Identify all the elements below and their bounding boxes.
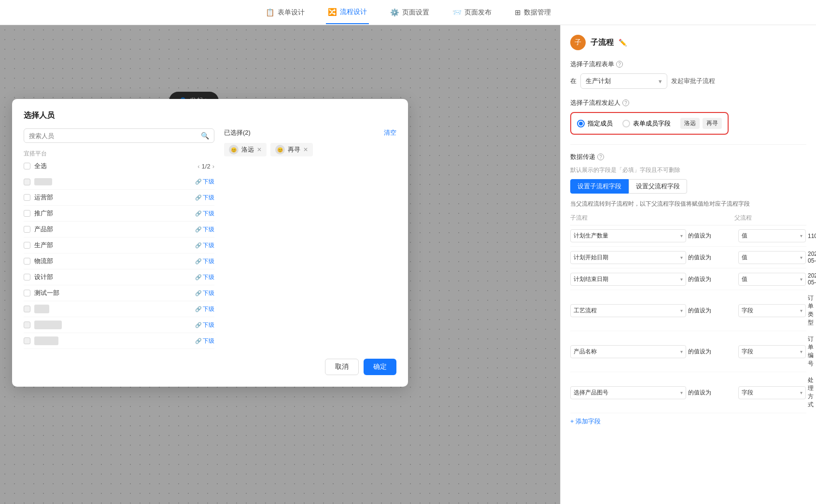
help-icon-3[interactable]: ? — [597, 154, 604, 160]
sub-link-9[interactable]: 🔗 下级 — [195, 337, 214, 345]
next-page-arrow[interactable]: › — [212, 163, 214, 170]
chevron-down-icon: ▾ — [680, 255, 683, 260]
checkbox-0[interactable] — [24, 194, 30, 201]
sub-link-4[interactable]: 🔗 下级 — [195, 257, 214, 266]
dept-item-6: 测试一部 🔗 下级 — [24, 285, 214, 301]
type-select-5[interactable]: 字段 ▾ — [738, 345, 806, 358]
data-transmission-section: 数据传递 ? 默认展示的字段是「必填」字段且不可删除 设置子流程字段 设置父流程… — [570, 144, 806, 426]
dept-name-7: 宜██ — [34, 305, 49, 313]
add-field-button[interactable]: + 添加字段 — [570, 417, 806, 426]
type-select-4[interactable]: 字段 ▾ — [738, 304, 806, 317]
checkbox-2[interactable] — [24, 226, 30, 233]
sub-link-1[interactable]: 🔗 下级 — [195, 210, 214, 218]
dept-name-3: 生产部 — [34, 241, 53, 250]
chip-zaixin: 😊 再寻 ✕ — [270, 143, 313, 156]
dept-name-2: 产品部 — [34, 225, 53, 234]
form-select-row: 在 生产计划 ▾ 发起审批子流程 — [570, 73, 806, 89]
form-select-box[interactable]: 生产计划 ▾ — [580, 73, 667, 89]
data-manage-icon: ⊞ — [515, 8, 521, 17]
selected-member-tags: 洛远 再寻 — [680, 118, 722, 129]
prev-page-arrow[interactable]: ‹ — [197, 163, 199, 170]
radio-circle-designated — [577, 120, 585, 127]
cancel-button[interactable]: 取消 — [325, 359, 359, 375]
dept-item-1: 推广部 🔗 下级 — [24, 206, 214, 222]
search-bar[interactable]: 🔍 — [24, 128, 214, 143]
nav-form-design[interactable]: 📋 表单设计 — [264, 1, 307, 24]
type-select-6[interactable]: 字段 ▾ — [738, 386, 806, 399]
checkbox-3[interactable] — [24, 242, 30, 249]
op-text-2: 的值设为 — [688, 253, 736, 262]
sub-link-8[interactable]: 🔗 下级 — [195, 321, 214, 329]
type-select-3[interactable]: 值 ▾ — [738, 273, 806, 286]
chevron-down-icon: ▾ — [800, 390, 802, 395]
op-text-1: 的值设为 — [688, 232, 736, 240]
tab-sub-flow-field[interactable]: 设置子流程字段 — [570, 179, 629, 194]
op-text-6: 的值设为 — [688, 389, 736, 397]
sub-link-6[interactable]: 🔗 下级 — [195, 289, 214, 297]
field-tabs: 设置子流程字段 设置父流程字段 — [570, 179, 806, 194]
dept-item-7: 宜██ 🔗 下级 — [24, 301, 214, 317]
radio-form-field[interactable]: 表单成员字段 — [622, 119, 671, 128]
dept-item-blurred-top: ████ 🔗 下级 — [24, 174, 214, 190]
modal-footer: 取消 确定 — [24, 359, 396, 375]
page-publish-icon: 📨 — [452, 8, 462, 17]
checkbox-5[interactable] — [24, 274, 30, 280]
help-icon-2[interactable]: ? — [622, 99, 629, 106]
checkbox-8[interactable] — [24, 322, 30, 328]
default-tip-text: 默认展示的字段是「必填」字段且不可删除 — [570, 166, 806, 174]
checkbox-4[interactable] — [24, 258, 30, 265]
select-all-checkbox[interactable] — [24, 163, 30, 169]
flow-row-5: 产品名称 ▾ 的值设为 字段 ▾ 订单编号 — [570, 331, 806, 372]
nav-data-manage[interactable]: ⊞ 数据管理 — [513, 1, 553, 24]
checkbox-6[interactable] — [24, 290, 30, 296]
select-initiator-section: 选择子流程发起人 ? 指定成员 表单成员字段 洛远 再寻 — [570, 98, 806, 135]
radio-designated-member[interactable]: 指定成员 — [577, 119, 613, 128]
panel-icon: 子 — [570, 35, 586, 50]
radio-circle-form-field — [622, 120, 630, 127]
checkbox-1[interactable] — [24, 210, 30, 217]
modal-body: 🔍 宜搭平台 全选 ‹ 1/2 › ████ — [24, 128, 396, 349]
sub-field-select-1[interactable]: 计划生产数量 ▾ — [570, 229, 686, 242]
selected-chips: 😊 洛远 ✕ 😊 再寻 ✕ — [224, 143, 396, 156]
platform-label: 宜搭平台 — [24, 150, 214, 158]
type-select-2[interactable]: 值 ▾ — [738, 251, 806, 264]
checkbox-7[interactable] — [24, 306, 30, 312]
sub-field-select-3[interactable]: 计划结束日期 ▾ — [570, 273, 686, 286]
op-text-3: 的值设为 — [688, 275, 736, 283]
sub-link-blurred-top[interactable]: 🔗 下级 — [195, 178, 214, 186]
sub-link-0[interactable]: 🔗 下级 — [195, 194, 214, 202]
remove-luoyuan-button[interactable]: ✕ — [257, 146, 262, 153]
nav-page-settings[interactable]: ⚙️ 页面设置 — [388, 1, 431, 24]
sub-link-2[interactable]: 🔗 下级 — [195, 225, 214, 234]
select-form-label: 选择子流程表单 ? — [570, 60, 806, 69]
nav-flow-design[interactable]: 🔀 流程设计 — [326, 1, 369, 24]
sub-field-select-6[interactable]: 选择产品图号 ▾ — [570, 386, 686, 399]
flow-row-6: 选择产品图号 ▾ 的值设为 字段 ▾ 处理方式 — [570, 372, 806, 413]
flow-row-4: 工艺流程 ▾ 的值设为 字段 ▾ 订单类型 — [570, 290, 806, 331]
tab-parent-flow-field[interactable]: 设置父流程字段 — [629, 179, 687, 194]
initiator-radio-group: 指定成员 表单成员字段 洛远 再寻 — [570, 112, 729, 135]
sub-field-select-2[interactable]: 计划开始日期 ▾ — [570, 251, 686, 264]
help-icon[interactable]: ? — [616, 61, 623, 68]
search-input[interactable] — [29, 132, 201, 140]
sub-link-5[interactable]: 🔗 下级 — [195, 273, 214, 281]
remove-zaixin-button[interactable]: ✕ — [303, 146, 308, 153]
op-text-5: 的值设为 — [688, 348, 736, 356]
dept-name-1: 推广部 — [34, 209, 53, 218]
pagination: ‹ 1/2 › — [197, 163, 214, 170]
sub-link-3[interactable]: 🔗 下级 — [195, 241, 214, 250]
sub-link-7[interactable]: 🔗 下级 — [195, 305, 214, 313]
nav-page-publish[interactable]: 📨 页面发布 — [450, 1, 493, 24]
dept-name-blurred-top: ████ — [34, 178, 52, 185]
confirm-button[interactable]: 确定 — [364, 359, 396, 375]
sub-field-select-4[interactable]: 工艺流程 ▾ — [570, 304, 686, 317]
clear-button[interactable]: 清空 — [384, 128, 396, 137]
select-subflow-form-section: 选择子流程表单 ? 在 生产计划 ▾ 发起审批子流程 — [570, 60, 806, 89]
edit-title-icon[interactable]: ✏️ — [619, 39, 627, 46]
dept-name-9: 宜████ — [34, 336, 58, 345]
chevron-down-icon: ▾ — [680, 277, 683, 282]
type-select-1[interactable]: 值 ▾ — [738, 229, 806, 242]
sub-field-select-5[interactable]: 产品名称 ▾ — [570, 345, 686, 358]
checkbox-9[interactable] — [24, 337, 30, 344]
checkbox-blurred-top[interactable] — [24, 179, 30, 185]
